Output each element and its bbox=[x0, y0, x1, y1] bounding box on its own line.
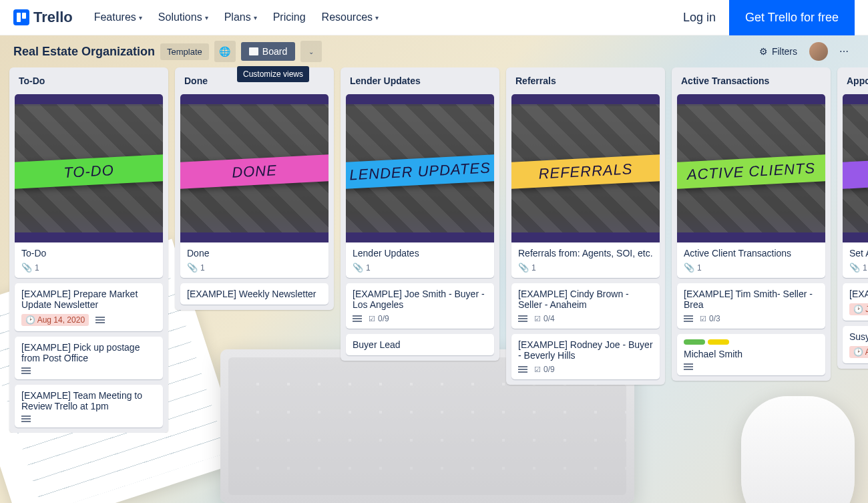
brand-logo[interactable]: Trello bbox=[13, 9, 73, 26]
paperclip-icon: 📎 bbox=[187, 263, 198, 273]
chevron-down-icon: ▾ bbox=[375, 14, 379, 21]
clock-icon: 🕑 bbox=[853, 347, 863, 357]
card-title: [EXAM Seller bbox=[849, 289, 868, 299]
card[interactable]: Michael Smith bbox=[677, 334, 825, 375]
card-title: Active Client Transactions bbox=[684, 248, 819, 259]
card-title: Buyer Lead bbox=[353, 339, 487, 350]
description-icon bbox=[518, 315, 527, 322]
card-title: To-Do bbox=[21, 248, 156, 259]
list: Active TransactionsACTIVE CLIENTSActive … bbox=[672, 67, 831, 381]
trello-icon bbox=[13, 9, 29, 25]
filters-button[interactable]: ⚙Filters bbox=[752, 42, 804, 61]
chevron-down-icon: ⌄ bbox=[308, 48, 314, 55]
attachment-badge: 📎1 bbox=[353, 263, 371, 273]
top-nav: Trello Features▾ Solutions▾ Plans▾ Prici… bbox=[0, 0, 868, 35]
card-title: Lender Updates bbox=[353, 248, 487, 259]
view-switcher-button[interactable]: ⌄ bbox=[300, 41, 322, 62]
get-trello-button[interactable]: Get Trello for free bbox=[729, 0, 855, 35]
checklist-badge: ☑ 0/9 bbox=[534, 365, 555, 374]
card-title: Referrals from: Agents, SOI, etc. bbox=[518, 248, 653, 259]
checklist-icon: ☑ bbox=[700, 315, 706, 323]
nav-resources[interactable]: Resources▾ bbox=[315, 6, 385, 29]
description-badge bbox=[95, 317, 105, 323]
list-title[interactable]: Appoin bbox=[843, 73, 868, 89]
board-view-button[interactable]: Board bbox=[241, 42, 295, 61]
nav-items: Features▾ Solutions▾ Plans▾ Pricing Reso… bbox=[87, 6, 385, 29]
description-icon bbox=[684, 315, 693, 322]
nav-solutions[interactable]: Solutions▾ bbox=[152, 6, 215, 29]
checklist-badge: ☑ 0/3 bbox=[700, 314, 720, 323]
list: AppoinAPSet App📎1[EXAM Seller🕑 JanSusy J… bbox=[837, 67, 868, 369]
attachment-badge: 📎1 bbox=[21, 263, 39, 273]
checklist-badge: ☑ 0/4 bbox=[534, 314, 555, 323]
brand-text: Trello bbox=[33, 9, 73, 26]
clock-icon: 🕑 bbox=[853, 305, 863, 314]
card-title: Done bbox=[187, 248, 322, 259]
card[interactable]: [EXAMPLE] Tim Smith- Seller - Brea☑ 0/3 bbox=[677, 283, 825, 329]
cover-card[interactable]: REFERRALSReferrals from: Agents, SOI, et… bbox=[511, 94, 660, 278]
description-badge bbox=[353, 315, 362, 322]
board-grid-icon bbox=[249, 47, 258, 55]
list-title[interactable]: Referrals bbox=[511, 73, 660, 89]
card-label bbox=[684, 339, 705, 345]
checklist-icon: ☑ bbox=[369, 315, 375, 323]
lists-container[interactable]: To-DoTO-DOTo-Do📎1[EXAMPLE] Prepare Marke… bbox=[0, 67, 868, 433]
cover-card[interactable]: TO-DOTo-Do📎1 bbox=[15, 94, 163, 278]
chevron-down-icon: ▾ bbox=[139, 14, 142, 21]
cover-card[interactable]: DONEDone📎1 bbox=[180, 94, 329, 278]
card-title: [EXAMPLE] Joe Smith - Buyer - Los Angele… bbox=[353, 289, 487, 310]
cover-card[interactable]: APSet App📎1 bbox=[843, 94, 868, 278]
nav-pricing[interactable]: Pricing bbox=[266, 6, 312, 29]
card[interactable]: [EXAM Seller🕑 Jan bbox=[843, 283, 868, 321]
description-badge bbox=[21, 367, 31, 374]
list: To-DoTO-DOTo-Do📎1[EXAMPLE] Prepare Marke… bbox=[9, 67, 168, 433]
cover-card[interactable]: LENDER UPDATESLender Updates📎1 bbox=[346, 94, 494, 278]
attachment-badge: 📎1 bbox=[849, 263, 867, 273]
description-badge bbox=[684, 315, 693, 322]
nav-plans[interactable]: Plans▾ bbox=[218, 6, 264, 29]
list: DoneDONEDone📎1[EXAMPLE] Weekly Newslette… bbox=[175, 67, 334, 310]
description-badge bbox=[518, 366, 527, 373]
card[interactable]: [EXAMPLE] Cindy Brown - Seller - Anaheim… bbox=[511, 283, 660, 329]
board-menu-button[interactable]: ⋯ bbox=[833, 41, 855, 62]
card-title: [EXAMPLE] Team Meeting to Review Trello … bbox=[21, 390, 156, 411]
card[interactable]: [EXAMPLE] Rodney Joe - Buyer - Beverly H… bbox=[511, 334, 660, 379]
filter-icon: ⚙ bbox=[759, 46, 768, 57]
nav-features[interactable]: Features▾ bbox=[87, 6, 149, 29]
description-icon bbox=[95, 317, 105, 323]
card[interactable]: [EXAMPLE] Prepare Market Update Newslett… bbox=[15, 283, 163, 331]
card-title: Michael Smith bbox=[684, 349, 819, 359]
cover-card[interactable]: ACTIVE CLIENTSActive Client Transactions… bbox=[677, 94, 825, 278]
card-title: Set App bbox=[849, 248, 868, 259]
login-link[interactable]: Log in bbox=[670, 3, 729, 33]
card[interactable]: Susy Jo🕑 Aug bbox=[843, 326, 868, 363]
card-title: [EXAMPLE] Tim Smith- Seller - Brea bbox=[684, 289, 819, 310]
card[interactable]: [EXAMPLE] Weekly Newsletter bbox=[180, 283, 329, 305]
paperclip-icon: 📎 bbox=[353, 263, 363, 273]
card-title: [EXAMPLE] Pick up postage from Post Offi… bbox=[21, 342, 156, 363]
due-date-badge: 🕑 Aug 14, 2020 bbox=[21, 314, 89, 326]
user-avatar[interactable] bbox=[809, 42, 828, 61]
list-title[interactable]: Lender Updates bbox=[346, 73, 494, 89]
board-area: Real Estate Organization Template 🌐 Boar… bbox=[0, 35, 868, 503]
description-badge bbox=[21, 415, 31, 422]
list-title[interactable]: To-Do bbox=[15, 73, 163, 89]
template-badge[interactable]: Template bbox=[160, 43, 209, 60]
globe-icon[interactable]: 🌐 bbox=[214, 41, 236, 62]
card[interactable]: [EXAMPLE] Team Meeting to Review Trello … bbox=[15, 385, 163, 428]
chevron-down-icon: ▾ bbox=[254, 14, 257, 21]
description-icon bbox=[353, 315, 362, 322]
board-title[interactable]: Real Estate Organization bbox=[13, 45, 155, 59]
paperclip-icon: 📎 bbox=[849, 263, 860, 273]
card[interactable]: Buyer Lead bbox=[346, 334, 494, 355]
due-date-badge: 🕑 Aug bbox=[849, 346, 868, 358]
list-title[interactable]: Active Transactions bbox=[677, 73, 825, 89]
due-date-badge: 🕑 Jan bbox=[849, 303, 868, 315]
chevron-down-icon: ▾ bbox=[205, 14, 208, 21]
card-title: [EXAMPLE] Prepare Market Update Newslett… bbox=[21, 289, 156, 310]
card[interactable]: [EXAMPLE] Joe Smith - Buyer - Los Angele… bbox=[346, 283, 494, 329]
card-title: [EXAMPLE] Cindy Brown - Seller - Anaheim bbox=[518, 289, 653, 310]
card[interactable]: [EXAMPLE] Pick up postage from Post Offi… bbox=[15, 337, 163, 379]
description-icon bbox=[21, 367, 31, 374]
list: Lender UpdatesLENDER UPDATESLender Updat… bbox=[341, 67, 499, 361]
